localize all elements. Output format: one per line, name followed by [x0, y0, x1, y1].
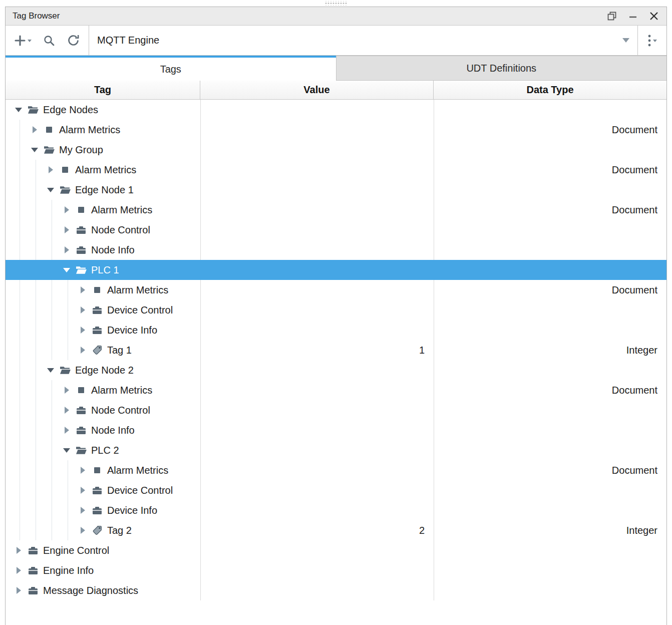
expand-arrow-icon[interactable] [76, 527, 90, 534]
triangle-glyph [65, 246, 69, 253]
tree-guide-line [28, 460, 44, 480]
tree-row[interactable]: PLC 1 [6, 260, 666, 280]
collapse-arrow-icon[interactable] [60, 448, 74, 453]
tree-row[interactable]: Node Info [6, 240, 666, 260]
tag-cell: Tag 2 [6, 520, 200, 540]
triangle-glyph [65, 226, 69, 233]
column-header-value[interactable]: Value [200, 81, 434, 99]
tree-row[interactable]: PLC 2 [6, 440, 666, 460]
tree-guide-line [12, 180, 28, 200]
square-icon [58, 165, 73, 175]
tree-row[interactable]: My Group [6, 140, 666, 160]
expand-arrow-icon[interactable] [60, 206, 74, 213]
expand-arrow-icon[interactable] [12, 567, 26, 574]
expand-arrow-icon[interactable] [28, 126, 42, 133]
tree-node-label: Engine Info [43, 565, 94, 576]
provider-dropdown-arrow-icon[interactable] [622, 38, 629, 43]
refresh-button[interactable] [63, 31, 84, 50]
folder-closed-icon [74, 426, 89, 435]
tree-row[interactable]: Message Diagnostics [6, 580, 666, 600]
tree-guide-line [44, 460, 60, 480]
kebab-menu-button[interactable] [644, 31, 660, 50]
tag-provider-selector[interactable]: MQTT Engine [89, 26, 637, 55]
minimize-icon[interactable] [627, 11, 638, 22]
tree-row[interactable]: Alarm MetricsDocument [6, 160, 666, 180]
folder-closed-icon [26, 546, 41, 555]
tree-row[interactable]: Edge Node 2 [6, 360, 666, 380]
window-controls [606, 11, 659, 22]
expand-arrow-icon[interactable] [76, 306, 90, 314]
tree-row[interactable]: Node Control [6, 220, 666, 240]
tree-node-label: Node Control [91, 224, 150, 236]
close-icon[interactable] [648, 11, 659, 22]
tree-row[interactable]: Node Info [6, 420, 666, 440]
title-bar[interactable]: Tag Browser [6, 7, 666, 26]
tree-row[interactable]: Alarm MetricsDocument [6, 460, 666, 480]
value-cell[interactable]: 2 [200, 525, 434, 536]
tree-row[interactable]: Edge Node 1 [6, 180, 666, 200]
restore-window-icon[interactable] [606, 11, 617, 22]
drag-handle[interactable] [325, 1, 347, 6]
search-button[interactable] [39, 31, 59, 50]
triangle-glyph [17, 547, 21, 554]
tag-cell: Alarm Metrics [6, 460, 200, 480]
tree-row[interactable]: Alarm MetricsDocument [6, 200, 666, 220]
value-cell[interactable]: 1 [200, 345, 434, 356]
expand-arrow-icon[interactable] [76, 327, 90, 334]
tree-row[interactable]: Alarm MetricsDocument [6, 380, 666, 400]
tree-row[interactable]: Device Info [6, 320, 666, 340]
tree-guide-line [12, 400, 28, 420]
collapse-arrow-icon[interactable] [44, 188, 58, 192]
tab-udt-definitions[interactable]: UDT Definitions [336, 56, 667, 81]
tree-row[interactable]: Tag 11Integer [6, 340, 666, 360]
tree-row[interactable]: Alarm MetricsDocument [6, 120, 666, 140]
tree-row[interactable]: Node Control [6, 400, 666, 420]
tree-row[interactable]: Engine Info [6, 560, 666, 580]
tag-cell: My Group [6, 140, 200, 160]
tree-guide-line [12, 300, 28, 320]
tree-indent [12, 520, 76, 540]
tree-guide-line [60, 500, 76, 520]
triangle-glyph [81, 347, 85, 354]
expand-arrow-icon[interactable] [60, 226, 74, 233]
expand-arrow-icon[interactable] [12, 547, 26, 554]
tag-cell: Node Info [6, 240, 200, 260]
expand-arrow-icon[interactable] [76, 507, 90, 514]
tree-row[interactable]: Device Control [6, 300, 666, 320]
tag-cell: Edge Node 1 [6, 180, 200, 200]
tree-node-label: Engine Control [43, 545, 109, 556]
column-header-tag[interactable]: Tag [6, 81, 200, 99]
collapse-arrow-icon[interactable] [44, 368, 58, 373]
add-tag-button[interactable] [11, 32, 35, 50]
folder-open-icon [74, 446, 89, 455]
tree-guide-line [44, 480, 60, 500]
collapse-arrow-icon[interactable] [12, 108, 26, 112]
triangle-glyph [15, 108, 22, 112]
expand-arrow-icon[interactable] [76, 487, 90, 494]
column-header-data-type[interactable]: Data Type [434, 81, 666, 99]
tree-guide-line [28, 260, 44, 280]
tree-guide-line [28, 420, 44, 440]
tree-node-label: Alarm Metrics [59, 124, 120, 136]
kebab-menu-icon [647, 34, 651, 47]
collapse-arrow-icon[interactable] [60, 268, 74, 272]
tree-row[interactable]: Tag 22Integer [6, 520, 666, 540]
tab-tags[interactable]: Tags [6, 56, 336, 81]
expand-arrow-icon[interactable] [60, 407, 74, 414]
expand-arrow-icon[interactable] [60, 246, 74, 253]
expand-arrow-icon[interactable] [76, 467, 90, 474]
tree-row[interactable]: Alarm MetricsDocument [6, 280, 666, 300]
tree-row[interactable]: Device Info [6, 500, 666, 520]
folder-open-icon [58, 185, 73, 195]
tree-node-label: Alarm Metrics [107, 284, 168, 296]
expand-arrow-icon[interactable] [12, 587, 26, 594]
tree-row[interactable]: Edge Nodes [6, 100, 666, 120]
expand-arrow-icon[interactable] [60, 427, 74, 434]
expand-arrow-icon[interactable] [44, 166, 58, 173]
expand-arrow-icon[interactable] [76, 347, 90, 354]
tree-row[interactable]: Engine Control [6, 540, 666, 560]
expand-arrow-icon[interactable] [60, 387, 74, 394]
expand-arrow-icon[interactable] [76, 286, 90, 293]
collapse-arrow-icon[interactable] [28, 148, 42, 152]
tree-row[interactable]: Device Control [6, 480, 666, 500]
